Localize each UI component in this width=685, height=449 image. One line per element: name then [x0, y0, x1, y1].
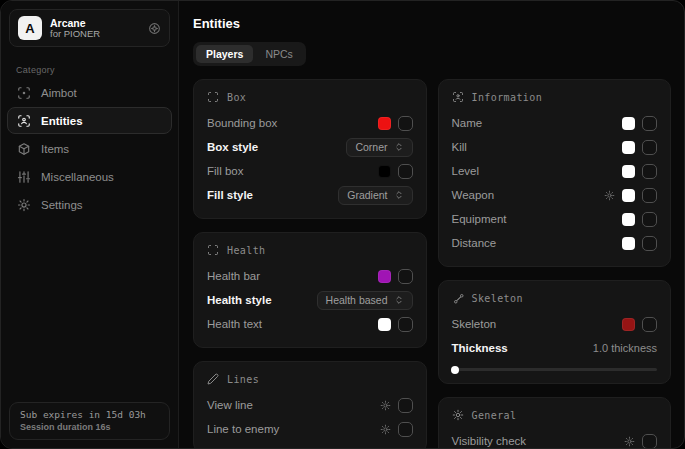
health-text-checkbox[interactable] — [398, 317, 413, 332]
app-subtitle: for PIONER — [50, 29, 140, 40]
sidebar-item-label: Settings — [41, 199, 83, 211]
distance-color-swatch[interactable] — [622, 237, 635, 250]
equipment-color-swatch[interactable] — [622, 213, 635, 226]
sidebar-item-settings[interactable]: Settings — [7, 191, 172, 218]
row-visibility-check: Visibility check — [452, 430, 658, 448]
page-title: Entities — [193, 16, 671, 31]
bone-icon — [452, 292, 464, 304]
row-view-line: View line — [207, 394, 413, 416]
name-color-swatch[interactable] — [622, 117, 635, 130]
visibility-check-settings-icon[interactable] — [624, 436, 635, 447]
panel-title: Lines — [227, 374, 259, 385]
thickness-slider[interactable] — [452, 368, 658, 371]
fill-style-dropdown[interactable]: Gradient — [338, 186, 412, 205]
sidebar: A Arcane for PIONER Category Aimbot — [1, 1, 179, 448]
row-health-style: Health style Health based — [207, 289, 413, 311]
kill-color-swatch[interactable] — [622, 141, 635, 154]
health-bar-color-swatch[interactable] — [378, 270, 391, 283]
panel-title: General — [472, 410, 517, 421]
row-health-bar: Health bar — [207, 265, 413, 287]
panel-general: General Visibility check Max distance — [438, 397, 672, 448]
level-color-swatch[interactable] — [622, 165, 635, 178]
level-checkbox[interactable] — [642, 164, 657, 179]
health-bar-checkbox[interactable] — [398, 269, 413, 284]
thickness-value: 1.0 thickness — [593, 342, 657, 354]
distance-checkbox[interactable] — [642, 236, 657, 251]
fill-box-checkbox[interactable] — [398, 164, 413, 179]
tab-players[interactable]: Players — [196, 45, 253, 63]
row-kill: Kill — [452, 136, 658, 158]
sidebar-item-label: Aimbot — [41, 87, 77, 99]
panel-title: Information — [472, 92, 543, 103]
session-duration-text: Session duration 16s — [20, 422, 159, 432]
line-to-enemy-settings-icon[interactable] — [380, 424, 391, 435]
chevrons-up-down-icon — [394, 190, 404, 200]
row-fill-box: Fill box — [207, 160, 413, 182]
chevrons-up-down-icon — [394, 142, 404, 152]
row-weapon: Weapon — [452, 184, 658, 206]
view-line-settings-icon[interactable] — [380, 400, 391, 411]
sidebar-item-label: Items — [41, 143, 69, 155]
sliders-icon — [17, 170, 31, 184]
thickness-slider-thumb[interactable] — [451, 366, 459, 374]
sidebar-nav: Aimbot Entities Items Miscellaneous — [1, 79, 178, 219]
bounding-box-color-swatch[interactable] — [378, 117, 391, 130]
scan-corners-icon — [207, 244, 219, 256]
tab-bar: Players NPCs — [193, 42, 306, 66]
sidebar-item-entities[interactable]: Entities — [7, 107, 172, 134]
package-icon — [17, 142, 31, 156]
sidebar-item-miscellaneous[interactable]: Miscellaneous — [7, 163, 172, 190]
sub-expiry-text: Sub expires in 15d 03h — [20, 409, 159, 420]
weapon-settings-icon[interactable] — [604, 190, 615, 201]
visibility-check-checkbox[interactable] — [642, 434, 657, 449]
weapon-checkbox[interactable] — [642, 188, 657, 203]
row-distance: Distance — [452, 232, 658, 254]
sidebar-item-label: Miscellaneous — [41, 171, 114, 183]
row-level: Level — [452, 160, 658, 182]
health-style-dropdown[interactable]: Health based — [317, 291, 413, 310]
row-health-text: Health text — [207, 313, 413, 335]
app-window: A Arcane for PIONER Category Aimbot — [0, 0, 685, 449]
panel-title: Skeleton — [472, 293, 523, 304]
tab-npcs[interactable]: NPCs — [255, 45, 302, 63]
kill-checkbox[interactable] — [642, 140, 657, 155]
panel-title: Box — [227, 92, 246, 103]
person-scan-icon — [452, 91, 464, 103]
sun-gear-icon — [452, 409, 464, 421]
panel-health: Health Health bar Health style Health ba… — [193, 232, 427, 348]
row-box-style: Box style Corner — [207, 136, 413, 158]
chevrons-up-down-icon — [394, 295, 404, 305]
panel-lines: Lines View line Line to enemy — [193, 361, 427, 448]
settings-icon[interactable] — [148, 22, 161, 35]
view-line-checkbox[interactable] — [398, 398, 413, 413]
row-fill-style: Fill style Gradient — [207, 184, 413, 206]
app-logo: A — [18, 16, 42, 40]
health-text-color-swatch[interactable] — [378, 318, 391, 331]
row-bounding-box: Bounding box — [207, 112, 413, 134]
main-content: Entities Players NPCs Box Bounding box — [179, 1, 684, 448]
row-skeleton: Skeleton — [452, 313, 658, 335]
row-equipment: Equipment — [452, 208, 658, 230]
weapon-color-swatch[interactable] — [622, 189, 635, 202]
scan-corners-icon — [207, 91, 219, 103]
sidebar-item-items[interactable]: Items — [7, 135, 172, 162]
sidebar-item-label: Entities — [41, 115, 83, 127]
sidebar-item-aimbot[interactable]: Aimbot — [7, 79, 172, 106]
category-label: Category — [16, 65, 178, 75]
panel-skeleton: Skeleton Skeleton Thickness 1.0 thicknes… — [438, 280, 672, 384]
brand-card: A Arcane for PIONER — [9, 9, 170, 47]
row-thickness: Thickness 1.0 thickness — [452, 337, 658, 359]
skeleton-checkbox[interactable] — [642, 317, 657, 332]
person-scan-icon — [17, 114, 31, 128]
crosshair-scan-icon — [17, 86, 31, 100]
fill-box-color-swatch[interactable] — [378, 165, 391, 178]
equipment-checkbox[interactable] — [642, 212, 657, 227]
box-style-dropdown[interactable]: Corner — [346, 138, 412, 157]
logo-letter: A — [25, 21, 34, 36]
name-checkbox[interactable] — [642, 116, 657, 131]
pencil-icon — [207, 373, 219, 385]
line-to-enemy-checkbox[interactable] — [398, 422, 413, 437]
panel-title: Health — [227, 245, 266, 256]
bounding-box-checkbox[interactable] — [398, 116, 413, 131]
skeleton-color-swatch[interactable] — [622, 318, 635, 331]
